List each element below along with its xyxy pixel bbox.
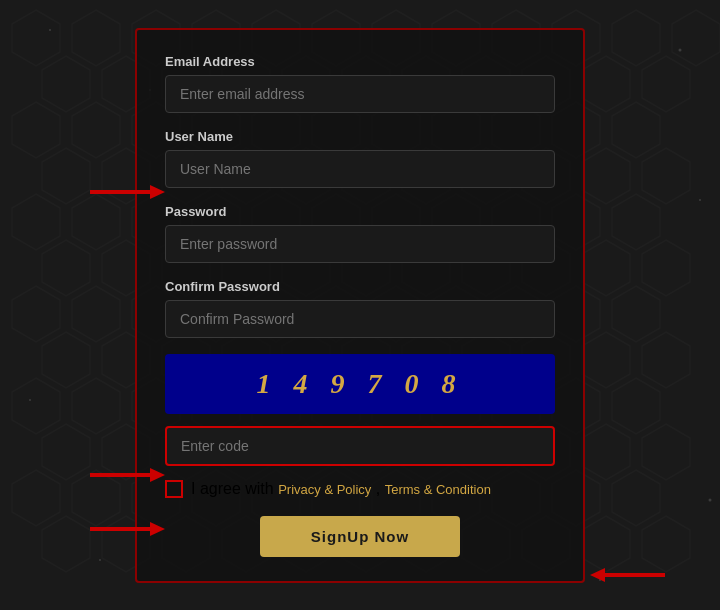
username-input[interactable] xyxy=(165,150,555,188)
svg-marker-145 xyxy=(150,468,165,482)
arrow-email-indicator xyxy=(90,185,165,199)
email-field-group: Email Address xyxy=(165,54,555,113)
svg-rect-146 xyxy=(90,527,150,531)
confirm-password-label: Confirm Password xyxy=(165,279,555,294)
password-label: Password xyxy=(165,204,555,219)
username-label: User Name xyxy=(165,129,555,144)
signup-form: Email Address User Name Password Confirm… xyxy=(135,28,585,583)
arrow-agree-indicator xyxy=(90,522,165,536)
captcha-input[interactable] xyxy=(165,426,555,466)
signup-button[interactable]: SignUp Now xyxy=(260,516,460,557)
confirm-password-input[interactable] xyxy=(165,300,555,338)
agree-separator: , xyxy=(371,480,384,497)
agree-text-label: I agree with Privacy & Policy , Terms & … xyxy=(191,480,491,498)
svg-marker-149 xyxy=(590,568,605,582)
captcha-value: 1 4 9 7 0 8 xyxy=(257,368,464,399)
agree-prefix: I agree with xyxy=(191,480,278,497)
email-input[interactable] xyxy=(165,75,555,113)
agree-checkbox[interactable] xyxy=(165,480,183,498)
captcha-box: 1 4 9 7 0 8 xyxy=(165,354,555,414)
page-container: Email Address User Name Password Confirm… xyxy=(0,0,720,610)
password-field-group: Password xyxy=(165,204,555,263)
username-field-group: User Name xyxy=(165,129,555,188)
svg-marker-147 xyxy=(150,522,165,536)
svg-rect-142 xyxy=(90,190,150,194)
terms-link[interactable]: Terms & Condition xyxy=(385,482,491,497)
svg-rect-148 xyxy=(605,573,665,577)
svg-marker-143 xyxy=(150,185,165,199)
email-label: Email Address xyxy=(165,54,555,69)
arrow-code-indicator xyxy=(90,468,165,482)
password-input[interactable] xyxy=(165,225,555,263)
privacy-policy-link[interactable]: Privacy & Policy xyxy=(278,482,371,497)
confirm-password-field-group: Confirm Password xyxy=(165,279,555,338)
agree-row: I agree with Privacy & Policy , Terms & … xyxy=(165,480,555,498)
arrow-signup-indicator xyxy=(590,568,665,582)
svg-rect-144 xyxy=(90,473,150,477)
